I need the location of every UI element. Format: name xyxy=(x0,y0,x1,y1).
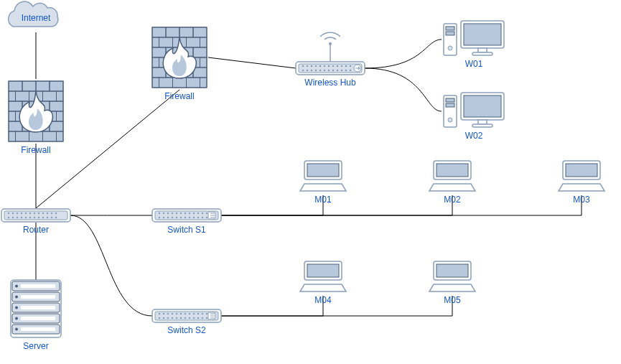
svg-point-41 xyxy=(29,217,32,219)
svg-rect-262 xyxy=(312,289,315,291)
node-wireless_hub[interactable]: Wireless Hub xyxy=(296,32,365,88)
svg-point-166 xyxy=(180,313,182,315)
svg-rect-272 xyxy=(441,286,444,288)
svg-point-44 xyxy=(38,213,40,215)
svg-point-167 xyxy=(180,317,182,319)
svg-rect-270 xyxy=(436,264,468,277)
node-w01[interactable]: W01 xyxy=(444,21,504,69)
network-diagram: InternetFirewallRouterServerFirewallWire… xyxy=(0,0,621,364)
svg-rect-245 xyxy=(574,188,578,190)
svg-rect-235 xyxy=(566,185,569,187)
svg-rect-219 xyxy=(445,185,449,187)
svg-point-150 xyxy=(202,217,204,219)
node-router[interactable]: Router xyxy=(1,209,70,235)
svg-point-115 xyxy=(332,70,335,72)
label-m01: M01 xyxy=(314,195,332,205)
svg-rect-273 xyxy=(445,286,449,288)
svg-point-104 xyxy=(311,65,313,67)
svg-point-131 xyxy=(163,213,165,215)
svg-rect-241 xyxy=(592,185,595,187)
svg-point-32 xyxy=(12,213,14,215)
svg-rect-274 xyxy=(449,286,453,288)
svg-point-149 xyxy=(202,213,204,215)
svg-point-175 xyxy=(197,317,200,319)
svg-point-159 xyxy=(163,317,165,319)
svg-point-101 xyxy=(302,70,304,72)
edge-router-switch_s2 xyxy=(70,215,152,316)
svg-rect-221 xyxy=(454,185,457,187)
svg-rect-228 xyxy=(449,188,453,190)
svg-point-120 xyxy=(345,65,347,67)
svg-point-100 xyxy=(302,65,304,67)
svg-point-48 xyxy=(47,213,49,215)
svg-point-143 xyxy=(189,213,191,215)
label-switch_s2: Switch S2 xyxy=(167,325,206,335)
node-internet[interactable]: Internet xyxy=(9,1,58,27)
svg-point-107 xyxy=(315,70,317,72)
svg-point-161 xyxy=(167,317,169,319)
svg-rect-203 xyxy=(324,185,328,187)
svg-rect-253 xyxy=(307,286,311,288)
label-w01: W01 xyxy=(465,59,483,69)
svg-point-121 xyxy=(345,70,347,72)
svg-point-43 xyxy=(34,217,36,219)
svg-rect-214 xyxy=(337,188,341,190)
svg-point-152 xyxy=(206,217,208,219)
svg-rect-238 xyxy=(579,185,582,187)
svg-point-179 xyxy=(206,317,208,319)
svg-rect-222 xyxy=(458,185,462,187)
node-m05[interactable]: M05 xyxy=(429,261,475,305)
node-m03[interactable]: M03 xyxy=(559,161,604,205)
svg-rect-191 xyxy=(446,103,454,107)
svg-point-111 xyxy=(324,70,326,72)
svg-point-164 xyxy=(176,313,178,315)
svg-rect-265 xyxy=(324,289,328,291)
svg-rect-220 xyxy=(449,185,453,187)
svg-point-156 xyxy=(159,313,161,315)
edge-switch_s1-m03 xyxy=(221,195,582,215)
svg-rect-66 xyxy=(21,317,55,320)
svg-rect-205 xyxy=(333,185,337,187)
label-m05: M05 xyxy=(444,295,461,305)
svg-rect-232 xyxy=(467,188,470,190)
svg-point-42 xyxy=(34,213,36,215)
svg-point-62 xyxy=(15,307,18,309)
svg-rect-195 xyxy=(478,120,487,124)
svg-rect-246 xyxy=(579,188,582,190)
node-m01[interactable]: M01 xyxy=(300,161,346,205)
svg-rect-286 xyxy=(467,289,470,291)
svg-point-170 xyxy=(189,313,191,315)
svg-rect-252 xyxy=(307,264,339,277)
svg-rect-225 xyxy=(436,188,440,190)
node-m04[interactable]: M04 xyxy=(300,261,346,305)
svg-point-45 xyxy=(38,217,40,219)
node-m02[interactable]: M02 xyxy=(429,161,475,205)
node-switch_s1[interactable]: Switch S1 xyxy=(152,209,221,235)
svg-point-137 xyxy=(176,213,178,215)
svg-rect-194 xyxy=(464,95,501,117)
svg-point-168 xyxy=(185,313,187,315)
svg-rect-206 xyxy=(337,185,341,187)
label-firewall_r: Firewall xyxy=(164,91,194,101)
svg-point-113 xyxy=(328,70,330,72)
svg-rect-227 xyxy=(445,188,449,190)
svg-rect-183 xyxy=(446,32,454,35)
svg-point-31 xyxy=(8,217,10,219)
svg-point-160 xyxy=(167,313,169,315)
svg-rect-218 xyxy=(441,185,444,187)
svg-rect-255 xyxy=(316,286,319,288)
node-server[interactable]: Server xyxy=(11,280,61,351)
svg-rect-212 xyxy=(329,188,332,190)
svg-point-132 xyxy=(163,217,165,219)
node-switch_s2[interactable]: Switch S2 xyxy=(152,309,221,335)
svg-point-112 xyxy=(328,65,330,67)
svg-point-56 xyxy=(15,285,18,288)
svg-rect-201 xyxy=(316,185,319,187)
svg-point-165 xyxy=(176,317,178,319)
svg-rect-259 xyxy=(333,286,337,288)
svg-point-142 xyxy=(185,217,187,219)
svg-point-103 xyxy=(307,70,309,72)
svg-point-174 xyxy=(197,313,200,315)
node-w02[interactable]: W02 xyxy=(444,93,504,141)
svg-point-176 xyxy=(202,313,204,315)
